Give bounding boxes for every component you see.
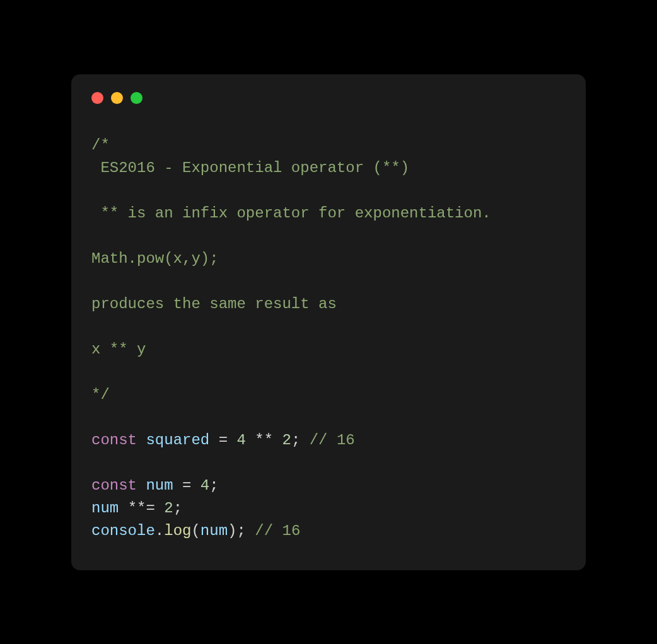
number-4: 4 <box>236 432 245 449</box>
op-eq: = <box>182 477 191 494</box>
space <box>300 432 309 449</box>
traffic-lights <box>91 92 566 104</box>
space <box>209 432 218 449</box>
number-4: 4 <box>201 477 209 494</box>
close-icon[interactable] <box>91 92 103 104</box>
var-num: num <box>146 477 173 494</box>
comment-close: */ <box>91 386 110 403</box>
space <box>273 432 282 449</box>
lparen: ( <box>191 522 200 539</box>
comment-line-5: x ** y <box>91 341 146 358</box>
op-pow: ** <box>255 432 273 449</box>
space <box>228 432 236 449</box>
comment-line-4: produces the same result as <box>91 296 337 313</box>
space <box>246 432 255 449</box>
space <box>191 477 200 494</box>
comment-open: /* <box>91 137 110 154</box>
op-poweq: **= <box>128 500 155 517</box>
space <box>137 432 146 449</box>
semicolon: ; <box>236 522 245 539</box>
semicolon: ; <box>209 477 218 494</box>
comment-16: // 16 <box>255 522 300 539</box>
var-num: num <box>201 522 228 539</box>
op-eq: = <box>219 432 228 449</box>
code-block: /* ES2016 - Exponential operator (**) **… <box>91 134 566 543</box>
dot: . <box>155 522 164 539</box>
comment-16: // 16 <box>310 432 355 449</box>
var-num: num <box>91 500 119 517</box>
fn-log: log <box>164 522 191 539</box>
space <box>119 500 127 517</box>
obj-console: console <box>91 522 155 539</box>
zoom-icon[interactable] <box>131 92 142 104</box>
number-2: 2 <box>282 432 291 449</box>
space <box>246 522 255 539</box>
semicolon: ; <box>173 500 182 517</box>
code-window: /* ES2016 - Exponential operator (**) **… <box>71 74 586 570</box>
var-squared: squared <box>146 432 209 449</box>
keyword-const: const <box>91 477 137 494</box>
space <box>137 477 146 494</box>
semicolon: ; <box>291 432 300 449</box>
minimize-icon[interactable] <box>111 92 123 104</box>
space <box>155 500 164 517</box>
comment-line-3: Math.pow(x,y); <box>91 250 219 267</box>
rparen: ) <box>228 522 236 539</box>
space <box>173 477 182 494</box>
comment-line-2: ** is an infix operator for exponentiati… <box>91 205 491 222</box>
comment-line-1: ES2016 - Exponential operator (**) <box>91 159 409 176</box>
keyword-const: const <box>91 432 137 449</box>
number-2: 2 <box>164 500 173 517</box>
